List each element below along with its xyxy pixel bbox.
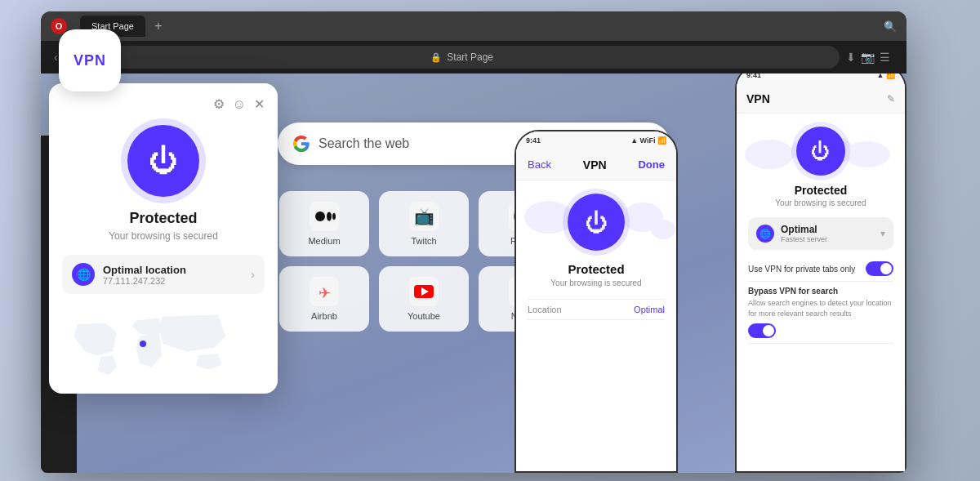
phone1-back-button[interactable]: Back (528, 158, 551, 171)
vpn-popup: ⚙ ☺ ✕ ⏻ Protected Your browsing is secur… (49, 83, 278, 394)
vpn-power-button[interactable]: ⏻ (127, 125, 199, 197)
phone1-screen: 9:41 ▲ WiFi 📶 Back VPN Done (516, 131, 676, 471)
download-icon[interactable]: ⬇ (846, 51, 856, 64)
vpn-popup-wrapper: VPN ⚙ ☺ ✕ ⏻ Protected Your browsing is s… (49, 29, 278, 394)
world-map (62, 307, 265, 381)
phone1-location-value: Optimal (634, 305, 665, 314)
vpn-status-subtitle: Your browsing is secured (62, 230, 265, 242)
phone1-protected-label: Protected (568, 262, 624, 276)
location-chevron-icon: › (251, 268, 255, 281)
phone2-map-bg (737, 122, 905, 187)
vpn-badge-label: VPN (74, 52, 106, 69)
browser-search-icon[interactable]: 🔍 (884, 20, 897, 33)
google-logo (292, 135, 310, 153)
phone2-setting1-label: Use VPN for private tabs only (748, 265, 855, 274)
phone2-location-row[interactable]: 🌐 Optimal Fastest server ▾ (748, 217, 893, 250)
phone2-setting2-desc: Allow search engines to detect your loca… (748, 298, 893, 318)
medium-icon (310, 202, 339, 231)
youtube-icon (409, 277, 439, 306)
phone2-setting1-row[interactable]: Use VPN for private tabs only (748, 256, 893, 282)
phone2-location-chevron: ▾ (880, 228, 885, 239)
phone2-setting2-label: Bypass VPN for search (748, 287, 893, 296)
phone2-optimal-label: Optimal (781, 224, 874, 235)
phone2-fastest-server: Fastest server (781, 235, 874, 243)
speed-dial-medium[interactable]: Medium (279, 191, 369, 256)
twitch-icon: 📺 (409, 202, 439, 231)
svg-point-21 (569, 195, 626, 231)
browser-toolbar-icons: ⬇ 📷 ☰ (846, 51, 890, 64)
phone2-globe-icon: 🌐 (756, 225, 774, 243)
svg-text:✈: ✈ (318, 285, 331, 301)
airbnb-icon: ✈ (310, 277, 339, 306)
speed-dial-airbnb[interactable]: ✈ Airbnb (279, 266, 369, 332)
phone2-edit-icon[interactable]: ✎ (887, 93, 895, 105)
twitch-label: Twitch (411, 236, 436, 246)
smiley-icon[interactable]: ☺ (233, 97, 246, 112)
phone2-statusbar: 9:41 ▲ 📶 (737, 73, 905, 84)
phone2-toggle1[interactable] (866, 261, 893, 276)
vpn-badge[interactable]: VPN (59, 29, 121, 91)
vpn-power-icon: ⏻ (149, 144, 178, 178)
phone1-map-bg (516, 180, 676, 254)
phone1-navbar: Back VPN Done (516, 149, 676, 180)
screenshot-icon[interactable]: 📷 (861, 51, 875, 64)
gear-icon[interactable]: ⚙ (213, 96, 225, 112)
phone1-title: VPN (583, 158, 607, 171)
svg-point-1 (315, 212, 325, 221)
location-ip: 77.111.247.232 (103, 276, 243, 286)
svg-point-2 (327, 212, 332, 221)
vpn-status-title: Protected (62, 210, 265, 227)
phone2-location-info: Optimal Fastest server (781, 224, 874, 243)
phone1-time: 9:41 (526, 136, 541, 145)
popup-header: ⚙ ☺ ✕ (62, 96, 265, 112)
svg-point-23 (651, 220, 675, 239)
phone2-content: ⏻ Protected Your browsing is secured 🌐 O… (737, 114, 905, 471)
phone1-location-label: Location (528, 305, 562, 314)
phone2-toggle2[interactable] (748, 323, 776, 338)
svg-point-26 (844, 141, 890, 167)
speed-dial-youtube[interactable]: Youtube (379, 266, 469, 332)
phone1-statusbar: 9:41 ▲ WiFi 📶 (516, 131, 676, 149)
vpn-location-row[interactable]: 🌐 Optimal location 77.111.247.232 › (62, 255, 265, 294)
mobile-phone-1: 9:41 ▲ WiFi 📶 Back VPN Done (514, 130, 678, 473)
menu-icon[interactable]: ☰ (880, 51, 890, 64)
mobile-phone-2: 9:41 ▲ 📶 VPN ✎ (735, 73, 906, 473)
svg-text:📺: 📺 (414, 207, 434, 226)
close-icon[interactable]: ✕ (254, 96, 265, 112)
phone2-screen: 9:41 ▲ 📶 VPN ✎ (737, 73, 905, 471)
address-bar-text: Start Page (447, 51, 493, 63)
location-info: Optimal location 77.111.247.232 (103, 264, 243, 286)
phone2-signal-icons: ▲ 📶 (877, 73, 895, 79)
speed-dial-twitch[interactable]: 📺 Twitch (379, 191, 469, 256)
phone2-navbar: VPN ✎ (737, 84, 905, 114)
svg-point-25 (791, 134, 853, 167)
youtube-label: Youtube (408, 311, 440, 321)
svg-point-20 (524, 201, 573, 234)
location-name: Optimal location (103, 264, 243, 276)
airbnb-label: Airbnb (311, 311, 337, 321)
location-globe-icon: 🌐 (72, 263, 95, 286)
phone2-nav-title: VPN (746, 92, 770, 105)
medium-label: Medium (308, 236, 340, 246)
phone1-subtitle: Your browsing is secured (550, 278, 641, 287)
map-location-dot (140, 341, 146, 347)
phone2-time: 9:41 (746, 73, 761, 79)
phone1-signal-icons: ▲ WiFi 📶 (630, 136, 666, 145)
svg-point-3 (332, 213, 336, 220)
phone1-done-button[interactable]: Done (638, 158, 665, 171)
svg-point-24 (745, 140, 794, 169)
phone1-location-row[interactable]: Location Optimal (528, 299, 665, 320)
phone2-subtitle: Your browsing is secured (775, 198, 866, 207)
phone2-setting2-row[interactable]: Bypass VPN for search Allow search engin… (748, 282, 893, 344)
